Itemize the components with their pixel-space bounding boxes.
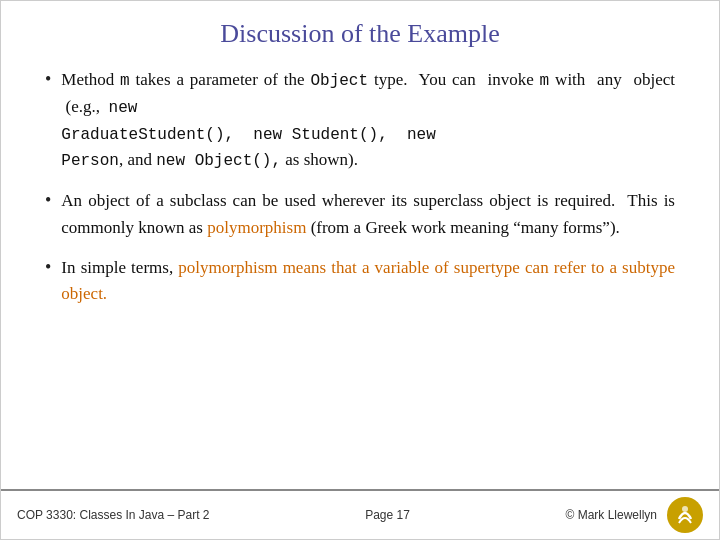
polymorphism-highlight: polymorphism: [207, 218, 306, 237]
bullet-dot-2: •: [45, 190, 51, 211]
bullet-text-1: Method m takes a parameter of the Object…: [61, 67, 675, 174]
code-object: Object: [310, 72, 368, 90]
code-m1: m: [120, 72, 130, 90]
slide: Discussion of the Example • Method m tak…: [0, 0, 720, 540]
slide-footer: COP 3330: Classes In Java – Part 2 Page …: [1, 489, 719, 539]
footer-left: COP 3330: Classes In Java – Part 2: [17, 508, 210, 522]
footer-right-group: © Mark Llewellyn: [565, 497, 703, 533]
code-new-object: new Object(),: [156, 152, 281, 170]
code-m2: m: [540, 72, 550, 90]
bullet-text-3: In simple terms, polymorphism means that…: [61, 255, 675, 308]
svg-point-1: [682, 506, 688, 512]
bullet-item-2: • An object of a subclass can be used wh…: [45, 188, 675, 241]
slide-content: • Method m takes a parameter of the Obje…: [1, 59, 719, 489]
footer-center: Page 17: [365, 508, 410, 522]
footer-logo: [667, 497, 703, 533]
bullet-item-1: • Method m takes a parameter of the Obje…: [45, 67, 675, 174]
bullet-item-3: • In simple terms, polymorphism means th…: [45, 255, 675, 308]
footer-copyright: © Mark Llewellyn: [565, 508, 657, 522]
bullet-text-2: An object of a subclass can be used wher…: [61, 188, 675, 241]
logo-icon: [669, 499, 701, 531]
polymorphism-def-highlight: polymorphism means that a variable of su…: [61, 258, 675, 303]
bullet-dot-1: •: [45, 69, 51, 90]
svg-point-0: [671, 501, 699, 529]
bullet-dot-3: •: [45, 257, 51, 278]
slide-title: Discussion of the Example: [1, 1, 719, 59]
